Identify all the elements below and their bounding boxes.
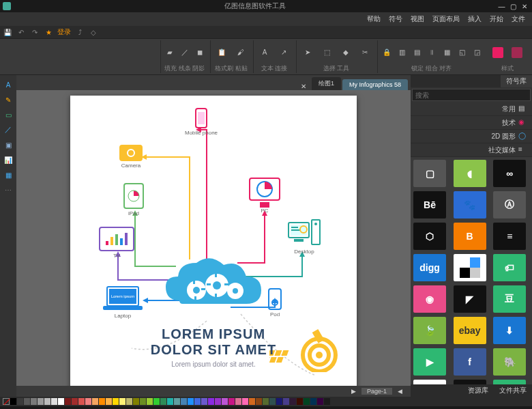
cat-common[interactable]: 常用▤ <box>411 102 532 116</box>
color-swatch[interactable] <box>235 398 241 405</box>
color-swatch[interactable] <box>201 398 207 405</box>
color-swatch[interactable] <box>72 398 78 405</box>
color-swatch[interactable] <box>160 398 166 405</box>
cat-2d[interactable]: 2D 圆形◯ <box>411 130 532 143</box>
pointer-icon[interactable]: ➤ <box>299 44 316 61</box>
symbol-android[interactable]: ◖ <box>454 160 486 187</box>
symbol-dropbox[interactable]: ⬇ <box>493 317 526 344</box>
device-tv[interactable]: TV <box>99 227 134 259</box>
color-swatch[interactable] <box>133 398 139 405</box>
symbol-evernote[interactable]: 🐘 <box>493 348 526 376</box>
color-swatch[interactable] <box>147 398 153 405</box>
group-icon[interactable]: ▦ <box>441 46 453 59</box>
image-tool-icon[interactable]: ▣ <box>3 139 14 150</box>
user-icon[interactable]: ◇ <box>89 27 98 37</box>
menu-file[interactable]: 文件 <box>507 14 529 24</box>
color-swatch[interactable] <box>174 398 180 405</box>
symbol-digg[interactable]: digg <box>413 254 446 281</box>
color-swatch[interactable] <box>140 398 146 405</box>
device-camera[interactable]: Camera <box>119 145 143 169</box>
ungroup-icon[interactable]: ▥ <box>396 46 408 59</box>
back-icon[interactable]: ◲ <box>471 46 483 59</box>
color-swatch[interactable] <box>92 398 98 405</box>
color-swatch[interactable] <box>222 398 228 405</box>
color-swatch[interactable] <box>119 398 125 405</box>
device-desktop[interactable]: Desktop <box>287 218 321 255</box>
color-swatch[interactable] <box>113 398 119 405</box>
color-swatch[interactable] <box>99 398 105 405</box>
symbol-infinity[interactable]: ∞ <box>493 160 526 187</box>
device-mobile[interactable]: Mobile phone <box>185 108 218 136</box>
menu-start[interactable]: 开始 <box>486 14 507 24</box>
color-swatch[interactable] <box>44 398 50 405</box>
fill-icon[interactable]: ▰ <box>164 46 176 59</box>
no-color-icon[interactable] <box>3 398 10 405</box>
symbol-codepen[interactable]: ⬡ <box>413 223 446 250</box>
shadow-icon[interactable]: ◼ <box>194 46 206 59</box>
cat-tech[interactable]: 技术◉ <box>411 116 532 130</box>
color-swatch[interactable] <box>310 398 316 405</box>
color-swatch[interactable] <box>242 398 248 405</box>
color-swatch[interactable] <box>181 398 187 405</box>
color-swatch[interactable] <box>31 398 37 405</box>
menu-view[interactable]: 视图 <box>407 14 428 24</box>
color-swatch[interactable] <box>194 398 201 405</box>
color-swatch[interactable] <box>317 398 323 405</box>
device-pod[interactable]: Pod <box>268 288 282 318</box>
footer-share[interactable]: 文件共享 <box>494 384 532 397</box>
color-swatch[interactable] <box>297 398 303 405</box>
doc-tab-1[interactable]: My Infographics 58 <box>342 79 408 90</box>
color-swatch[interactable] <box>324 398 330 405</box>
title-block[interactable]: LOREM IPSUM DOLOR SIT AMET Lorem ipsum d… <box>70 326 357 368</box>
symbol-deviant[interactable]: ◤ <box>454 285 486 313</box>
symbol-tag[interactable]: 🏷 <box>493 254 526 281</box>
page-tab-next[interactable]: ▶ <box>346 388 361 395</box>
symbol-video[interactable]: ▶ <box>413 348 446 376</box>
color-swatch[interactable] <box>126 398 132 405</box>
doc-tab-2[interactable]: 绘图1 <box>312 77 341 90</box>
color-swatch[interactable] <box>65 398 71 405</box>
color-swatch[interactable] <box>153 398 160 405</box>
symbol-baidu[interactable]: 🐾 <box>454 191 486 218</box>
device-ipad[interactable]: iPad <box>123 183 144 216</box>
text-tool-icon[interactable]: A <box>3 79 14 90</box>
color-swatch[interactable] <box>51 398 57 405</box>
symbol-behance[interactable]: Bē <box>413 191 446 218</box>
connector-icon[interactable]: ↗ <box>276 44 292 61</box>
share-icon[interactable]: ⤴ <box>75 27 85 37</box>
search-input[interactable] <box>412 89 531 101</box>
page-tab-1[interactable]: Page-1 <box>361 388 392 395</box>
tab-close-icon[interactable]: ✕ <box>297 83 310 90</box>
distribute-icon[interactable]: ⫴ <box>426 46 438 59</box>
close-button[interactable]: ✕ <box>520 3 529 10</box>
brush-icon[interactable]: 🖌 <box>233 44 249 61</box>
color-swatch[interactable] <box>215 398 221 405</box>
pen-tool-icon[interactable]: ✎ <box>3 94 14 105</box>
menu-layout[interactable]: 页面布局 <box>428 14 464 24</box>
color-swatch[interactable] <box>208 398 214 405</box>
color-swatch[interactable] <box>228 398 235 405</box>
color-swatch[interactable] <box>167 398 173 405</box>
color-swatch[interactable] <box>38 398 44 405</box>
undo-icon[interactable]: ↶ <box>16 27 26 37</box>
color-swatch[interactable] <box>256 398 262 405</box>
color-swatch[interactable] <box>249 398 255 405</box>
crop-icon[interactable]: ✂ <box>357 44 373 61</box>
color-swatch[interactable] <box>106 398 112 405</box>
menu-insert[interactable]: 插入 <box>464 14 486 24</box>
menu-symbol[interactable]: 符号 <box>385 14 407 24</box>
minimize-button[interactable]: — <box>497 3 506 10</box>
symbol-appstore[interactable]: Ⓐ <box>493 191 526 218</box>
panel-tab-symbols[interactable]: 符号库 <box>501 75 532 87</box>
line-icon[interactable]: ／ <box>179 46 191 59</box>
symbol-dribbble[interactable]: ◉ <box>413 285 446 313</box>
node-icon[interactable]: ◆ <box>338 44 354 61</box>
color-swatch[interactable] <box>188 398 194 405</box>
canvas-page[interactable]: Mobile phone Camera iPad TV Lorem ipsum … <box>70 96 357 386</box>
symbol-douban[interactable]: 豆 <box>493 285 526 313</box>
paint-style2-icon[interactable] <box>509 44 525 61</box>
align-icon[interactable]: ▤ <box>411 46 423 59</box>
symbol-flickr[interactable] <box>454 380 486 384</box>
symbol-stack[interactable]: ≡ <box>493 223 526 250</box>
menu-help[interactable]: 帮助 <box>363 14 385 24</box>
